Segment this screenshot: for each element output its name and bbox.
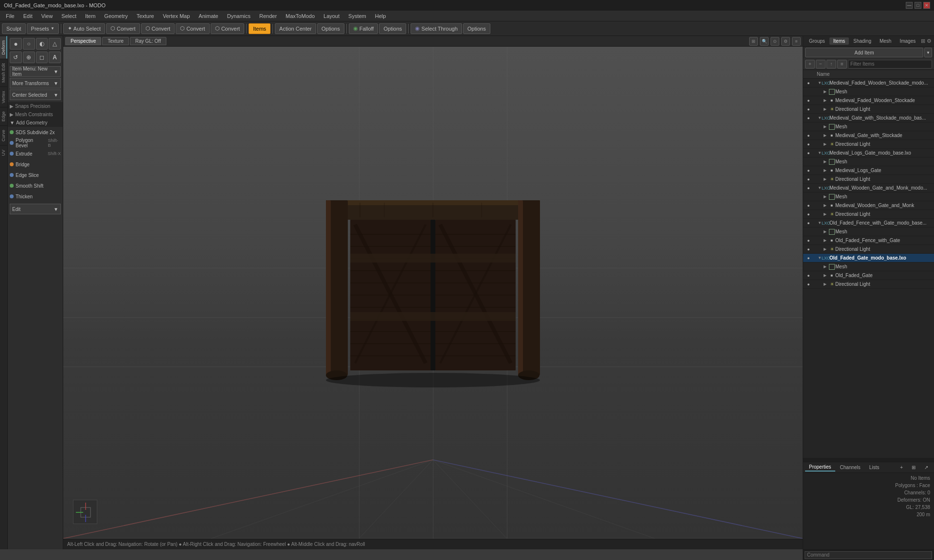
vtab-deform[interactable]: Deform (0, 36, 7, 59)
arrow-dl4[interactable]: ▶ (824, 212, 828, 216)
command-input[interactable] (805, 551, 932, 559)
arrow-m6[interactable]: ▶ (824, 264, 828, 269)
viewport-icon-5[interactable]: ≡ (792, 37, 801, 46)
rtab-expand-icon[interactable]: ⊞ (920, 37, 926, 45)
eye-mfws[interactable]: ● (805, 97, 812, 104)
tool-text-btn[interactable]: A (49, 52, 61, 63)
auto-select-btn[interactable]: ✦ Auto Select (63, 23, 105, 34)
minimize-btn[interactable]: — (906, 2, 913, 9)
eye-mesh-4[interactable] (805, 193, 812, 200)
convert-btn2[interactable]: ⬡ Convert (141, 23, 175, 34)
items-list[interactable]: ● ▼ LXO Medieval_Faded_Wooden_Stockade_m… (803, 79, 934, 458)
item-directional-light-1[interactable]: ● ▶ ☀ Directional Light (803, 105, 934, 114)
menu-render[interactable]: Render (255, 12, 281, 20)
vtab-curve[interactable]: Curve (0, 125, 7, 145)
item-mesh-1[interactable]: ▶ Mesh (803, 88, 934, 96)
item-medieval-faded-wooden-stockade[interactable]: ● ▶ ■ Medieval_Faded_Wooden_Stockade (803, 96, 934, 105)
item-menu-dropdown[interactable]: Item Menu: New Item ▼ (10, 66, 61, 77)
center-selected-dropdown[interactable]: Center Selected ▼ (10, 89, 61, 100)
items-filter-input[interactable] (848, 60, 932, 69)
tool-polygon-bevel[interactable]: Polygon Bevel Shift-B (8, 138, 63, 148)
arrow-mlg2[interactable]: ▶ (824, 168, 828, 173)
eye-ofg-lxo[interactable]: ● (805, 255, 812, 262)
items-up-btn[interactable]: ↑ (826, 60, 836, 69)
action-center-btn[interactable]: Action Center (275, 23, 316, 34)
btab-settings[interactable]: ⊞ (908, 464, 919, 471)
item-directional-light-5[interactable]: ● ▶ ☀ Directional Light (803, 245, 934, 254)
viewport-icon-4[interactable]: ⚙ (781, 37, 790, 46)
items-hscrollbar[interactable] (803, 458, 934, 462)
menu-animate[interactable]: Animate (195, 12, 222, 20)
eye-mesh-1[interactable] (805, 88, 812, 95)
arrow-ofg2[interactable]: ▶ (824, 273, 828, 278)
menu-item[interactable]: Item (81, 12, 99, 20)
vtab-perspective[interactable]: Perspective (65, 37, 101, 45)
vtab-mesh-edit[interactable]: Mesh Edit (0, 59, 7, 87)
menu-edit[interactable]: Edit (19, 12, 36, 20)
vtab-edge[interactable]: Edge (0, 107, 7, 125)
viewport-canvas[interactable] (63, 47, 803, 539)
menu-file[interactable]: File (2, 12, 18, 20)
more-transforms-dropdown[interactable]: More Transforms ▼ (10, 78, 61, 88)
arrow-dl1[interactable]: ▶ (824, 107, 828, 111)
eye-mwgm[interactable]: ● (805, 202, 812, 209)
tool-half-btn[interactable]: ◐ (36, 38, 48, 50)
item-mesh-4[interactable]: ▶ Mesh (803, 192, 934, 201)
item-medieval-logs-gate-lxo[interactable]: ● ▼ LXO Medieval_Logs_Gate_modo_base.lxo (803, 149, 934, 158)
item-directional-light-6[interactable]: ● ▶ ☀ Directional Light (803, 280, 934, 289)
presets-btn[interactable]: Presets ▼ (27, 23, 59, 34)
options-btn2[interactable]: Options (379, 23, 406, 34)
tool-rotate-btn[interactable]: ↺ (10, 52, 22, 63)
tool-select-btn[interactable]: ● (10, 38, 22, 50)
item-old-faded-fence-lxo[interactable]: ● ▼ LXO Old_Faded_Fence_with_Gate_modo_b… (803, 219, 934, 228)
rtab-items[interactable]: Items (829, 37, 849, 45)
eye-mwgm-lxo[interactable]: ● (805, 185, 812, 192)
eye-mesh-6[interactable] (805, 263, 812, 270)
vtab-vertex[interactable]: Vertex (0, 87, 7, 107)
convert-btn1[interactable]: ⬡ Convert (106, 23, 140, 34)
item-medieval-gate-stockade-lxo[interactable]: ● ▼ LXO Medieval_Gate_with_Stockade_modo… (803, 114, 934, 122)
item-medieval-gate-stockade[interactable]: ● ▶ ■ Medieval_Gate_with_Stockade (803, 131, 934, 140)
eye-dl2[interactable]: ● (805, 141, 812, 148)
btab-lists[interactable]: Lists (865, 464, 883, 471)
menu-view[interactable]: View (37, 12, 57, 20)
item-medieval-faded-wooden-stockade-lxo[interactable]: ● ▼ LXO Medieval_Faded_Wooden_Stockade_m… (803, 79, 934, 88)
arrow-mfws[interactable]: ▶ (824, 98, 828, 103)
menu-help[interactable]: Help (371, 12, 390, 20)
menu-vertex-map[interactable]: Vertex Map (159, 12, 194, 20)
falloff-btn[interactable]: ◉ Falloff (349, 23, 378, 34)
maximize-btn[interactable]: □ (915, 2, 921, 9)
items-btn[interactable]: Items (249, 23, 270, 34)
menu-dynamics[interactable]: Dynamics (223, 12, 254, 20)
convert-btn4[interactable]: ⬡ Convert (211, 23, 245, 34)
eye-ofg[interactable]: ● (805, 272, 812, 279)
viewport-icon-2[interactable]: 🔍 (760, 37, 769, 46)
arrow-m1[interactable]: ▶ (824, 89, 828, 94)
item-medieval-wooden-gate-monk[interactable]: ● ▶ ■ Medieval_Wooden_Gate_and_Monk (803, 201, 934, 210)
options-btn3[interactable]: Options (463, 23, 490, 34)
arrow-dl5[interactable]: ▶ (824, 247, 828, 251)
arrow-m5[interactable]: ▶ (824, 229, 828, 234)
vtab-raygl[interactable]: Ray GL: Off (130, 37, 166, 45)
eye-dl3[interactable]: ● (805, 176, 812, 183)
item-directional-light-2[interactable]: ● ▶ ☀ Directional Light (803, 140, 934, 149)
eye-dl1[interactable]: ● (805, 106, 812, 113)
tool-bridge[interactable]: Bridge (8, 159, 63, 170)
btab-properties[interactable]: Properties (805, 463, 835, 472)
item-old-faded-gate-lxo[interactable]: ● ▼ LXO Old_Faded_Gate_modo_base.lxo (803, 254, 934, 262)
item-directional-light-3[interactable]: ● ▶ ☀ Directional Light (803, 175, 934, 184)
add-geometry-header[interactable]: ▼ Add Geometry (8, 119, 63, 127)
item-mesh-6[interactable]: ▶ Mesh (803, 262, 934, 271)
vtab-texture[interactable]: Texture (102, 37, 129, 45)
viewport-icon-3[interactable]: ⊙ (771, 37, 779, 46)
item-directional-light-4[interactable]: ● ▶ ☀ Directional Light (803, 210, 934, 219)
arrow-dl3[interactable]: ▶ (824, 177, 828, 181)
tool-ring-btn[interactable]: ○ (23, 38, 35, 50)
options-btn1[interactable]: Options (317, 23, 344, 34)
item-mesh-2[interactable]: ▶ Mesh (803, 122, 934, 131)
item-old-faded-fence[interactable]: ● ▶ ■ Old_Faded_Fence_with_Gate (803, 236, 934, 245)
rtab-mesh[interactable]: Mesh (876, 37, 895, 45)
items-new-btn[interactable]: + (805, 60, 815, 69)
arrow-mgs2[interactable]: ▶ (824, 133, 828, 138)
tool-tri-btn[interactable]: △ (49, 38, 61, 50)
